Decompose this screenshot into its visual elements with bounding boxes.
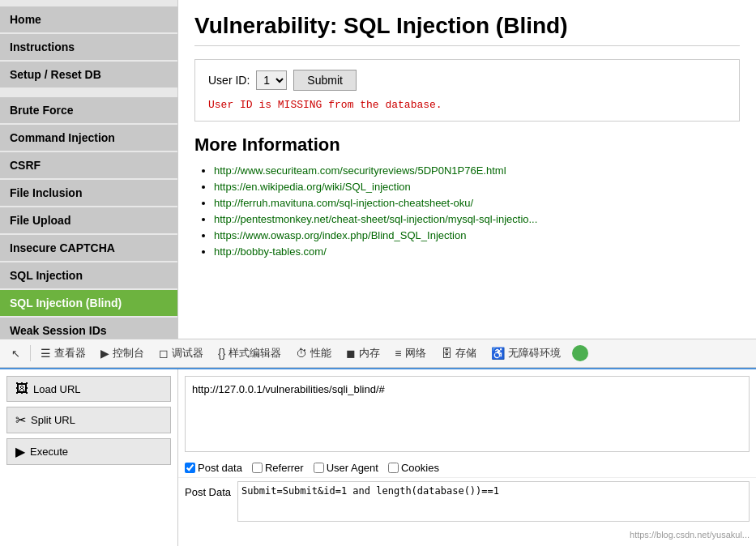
info-link-2[interactable]: http://ferruh.mavituna.com/sql-injection… [214,197,473,209]
devtools-debugger-btn[interactable]: ◻ 调试器 [152,343,210,364]
checkboxes-row: Post data Referrer User Agent Cookies [178,459,756,478]
sidebar-item-weak-session-ids[interactable]: Weak Session IDs [0,318,177,339]
devtools-accessibility-btn[interactable]: ♿ 无障碍环境 [485,343,567,364]
user-agent-cb-label: User Agent [327,462,378,474]
load-url-label: Load URL [33,383,81,395]
sidebar-item-command-injection[interactable]: Command Injection [0,125,177,151]
accessibility-icon: ♿ [491,347,505,360]
console-label: 控制台 [113,346,144,360]
execute-icon: ▶ [15,444,25,459]
sidebar-item-sql-injection-blind[interactable]: SQL Injection (Blind) [0,290,177,316]
devtools-console-btn[interactable]: ▶ 控制台 [94,343,151,364]
referrer-cb-label: Referrer [265,462,304,474]
info-link-1[interactable]: https://en.wikipedia.org/wiki/SQL_inject… [214,181,411,193]
devtools-performance-btn[interactable]: ⏱ 性能 [289,343,338,364]
post-data-checkbox-label[interactable]: Post data [185,462,242,474]
memory-icon: ◼ [346,347,356,360]
bottom-left-panel: 🖼 Load URL ✂ Split URL ▶ Execute [0,369,178,546]
vulnerability-form-box: User ID: 1 2 3 4 5 Submit User ID is MIS… [194,59,740,122]
sidebar-item-file-upload[interactable]: File Upload [0,207,177,233]
list-item: http://bobby-tables.com/ [214,245,740,258]
devtools-cursor-btn[interactable]: ↖ [5,344,27,363]
accessibility-label: 无障碍环境 [508,346,561,360]
bottom-right-panel: http://127.0.0.1/vulnerabilities/sqli_bl… [178,369,756,546]
sidebar-item-setup-reset-db[interactable]: Setup / Reset DB [0,62,177,87]
viewer-icon: ☰ [41,347,51,360]
info-link-0[interactable]: http://www.securiteam.com/securityreview… [214,164,506,177]
style-editor-icon: {} [218,347,225,360]
bottom-panel: 🖼 Load URL ✂ Split URL ▶ Execute http://… [0,368,756,546]
load-url-button[interactable]: 🖼 Load URL [6,376,171,402]
cookies-checkbox[interactable] [388,463,399,473]
execute-label: Execute [30,446,68,458]
storage-label: 存储 [455,346,476,360]
post-data-input[interactable] [237,481,750,522]
cookies-cb-label: Cookies [401,462,439,474]
devtools-viewer-btn[interactable]: ☰ 查看器 [34,343,92,364]
memory-label: 内存 [359,346,380,360]
sidebar-item-brute-force[interactable]: Brute Force [0,97,177,123]
user-agent-checkbox-label[interactable]: User Agent [314,462,378,474]
network-label: 网络 [405,346,426,360]
more-info-title: More Information [194,134,740,156]
sidebar-item-insecure-captcha[interactable]: Insecure CAPTCHA [0,235,177,261]
load-url-icon: 🖼 [15,382,28,396]
console-icon: ▶ [100,347,109,360]
toolbar-separator [30,345,31,361]
cursor-icon: ↖ [11,348,20,360]
post-data-cb-label: Post data [198,462,242,474]
storage-icon: 🗄 [441,347,452,360]
split-url-icon: ✂ [15,412,26,428]
network-icon: ≡ [395,347,401,360]
list-item: http://www.securiteam.com/securityreview… [214,164,740,177]
info-link-3[interactable]: http://pentestmonkey.net/cheat-sheet/sql… [214,213,537,225]
user-id-label: User ID: [208,74,250,87]
debugger-icon: ◻ [159,347,169,360]
sidebar-item-csrf[interactable]: CSRF [0,152,177,178]
submit-button[interactable]: Submit [293,70,357,91]
status-indicator [572,345,588,361]
more-info-links: http://www.securiteam.com/securityreview… [194,164,740,258]
viewer-label: 查看器 [54,346,86,360]
list-item: http://pentestmonkey.net/cheat-sheet/sql… [214,212,740,225]
post-data-label: Post Data [185,481,231,498]
debugger-label: 调试器 [172,346,203,360]
sidebar: Home Instructions Setup / Reset DB Brute… [0,0,178,339]
sidebar-item-sql-injection[interactable]: SQL Injection [0,262,177,288]
list-item: https://www.owasp.org/index.php/Blind_SQ… [214,228,740,241]
list-item: http://ferruh.mavituna.com/sql-injection… [214,196,740,209]
user-agent-checkbox[interactable] [314,463,324,473]
cookies-checkbox-label[interactable]: Cookies [388,462,439,474]
sidebar-item-file-inclusion[interactable]: File Inclusion [0,180,177,206]
performance-icon: ⏱ [296,347,307,360]
user-id-select[interactable]: 1 2 3 4 5 [256,70,287,90]
watermark: https://blog.csdn.net/yusakul... [630,530,750,540]
list-item: https://en.wikipedia.org/wiki/SQL_inject… [214,180,740,193]
devtools-network-btn[interactable]: ≡ 网络 [388,343,432,364]
referrer-checkbox[interactable] [252,463,263,473]
sidebar-item-home[interactable]: Home [0,6,177,32]
devtools-toolbar: ↖ ☰ 查看器 ▶ 控制台 ◻ 调试器 {} 样式编辑器 ⏱ 性能 ◼ 内存 ≡… [0,339,756,368]
performance-label: 性能 [310,346,331,360]
devtools-memory-btn[interactable]: ◼ 内存 [340,343,387,364]
execute-button[interactable]: ▶ Execute [6,438,171,465]
main-content: Vulnerability: SQL Injection (Blind) Use… [178,0,756,339]
info-link-5[interactable]: http://bobby-tables.com/ [214,245,327,258]
referrer-checkbox-label[interactable]: Referrer [252,462,304,474]
split-url-label: Split URL [31,414,75,426]
info-link-4[interactable]: https://www.owasp.org/index.php/Blind_SQ… [214,229,466,241]
page-title: Vulnerability: SQL Injection (Blind) [194,13,740,46]
split-url-button[interactable]: ✂ Split URL [6,407,171,433]
devtools-storage-btn[interactable]: 🗄 存储 [434,343,483,364]
style-editor-label: 样式编辑器 [229,346,281,360]
sidebar-item-instructions[interactable]: Instructions [0,34,177,60]
url-display[interactable]: http://127.0.0.1/vulnerabilities/sqli_bl… [185,376,750,452]
post-data-checkbox[interactable] [185,463,195,473]
devtools-style-editor-btn[interactable]: {} 样式编辑器 [211,343,288,364]
error-message: User ID is MISSING from the database. [208,99,726,111]
